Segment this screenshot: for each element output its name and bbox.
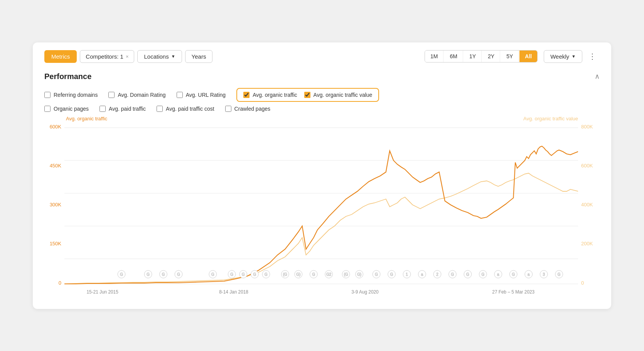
metric-avg-domain-rating-label: Avg. Domain Rating xyxy=(118,92,165,98)
svg-text:27 Feb – 5 Mar 2023: 27 Feb – 5 Mar 2023 xyxy=(492,289,534,294)
performance-title: Performance xyxy=(44,72,91,81)
right-axis-200k: 200K xyxy=(581,241,600,246)
metric-avg-organic-traffic[interactable]: Avg. organic traffic xyxy=(243,92,297,98)
svg-text:G: G xyxy=(162,272,165,276)
chart-container: 600K 450K 300K 150K 0 xyxy=(44,124,600,297)
checkbox-avg-organic-traffic-value[interactable] xyxy=(304,92,310,98)
metric-avg-url-rating[interactable]: Avg. URL Rating xyxy=(177,92,226,98)
competitors-button[interactable]: Competitors: 1 × xyxy=(80,50,134,63)
svg-text:G: G xyxy=(177,272,180,276)
left-axis-label: Avg. organic traffic xyxy=(66,116,107,122)
metric-avg-organic-traffic-value[interactable]: Avg. organic traffic value xyxy=(304,92,373,98)
left-axis-150k: 150K xyxy=(44,241,61,246)
svg-text:1: 1 xyxy=(406,272,408,276)
left-axis-450k: 450K xyxy=(44,163,61,169)
checkbox-avg-url-rating[interactable] xyxy=(177,92,183,98)
svg-text:(G: (G xyxy=(283,272,287,276)
svg-text:a: a xyxy=(421,272,423,276)
metric-avg-domain-rating[interactable]: Avg. Domain Rating xyxy=(108,92,165,98)
competitors-label: Competitors: 1 xyxy=(86,53,123,60)
right-axis-800k: 800K xyxy=(581,124,600,130)
right-axis-600k: 600K xyxy=(581,163,600,169)
right-axis-400k: 400K xyxy=(581,202,600,208)
metrics-button[interactable]: Metrics xyxy=(44,50,77,63)
close-icon[interactable]: × xyxy=(126,54,129,59)
svg-text:8-14 Jan 2018: 8-14 Jan 2018 xyxy=(219,289,248,294)
toolbar: Metrics Competitors: 1 × Locations ▼ Yea… xyxy=(44,50,600,63)
svg-text:G: G xyxy=(481,272,484,276)
checkbox-organic-pages[interactable] xyxy=(44,106,51,112)
metric-crawled-pages-label: Crawled pages xyxy=(234,106,270,112)
update-markers: G G G G G G G G G xyxy=(118,270,563,278)
svg-text:G: G xyxy=(451,272,454,276)
checkbox-referring-domains[interactable] xyxy=(44,92,51,98)
svg-text:a: a xyxy=(528,272,530,276)
svg-text:G: G xyxy=(265,272,268,276)
metric-avg-paid-traffic[interactable]: Avg. paid traffic xyxy=(99,106,146,112)
weekly-chevron-icon: ▼ xyxy=(572,54,576,59)
metric-avg-paid-traffic-cost[interactable]: Avg. paid traffic cost xyxy=(157,106,214,112)
metric-organic-pages[interactable]: Organic pages xyxy=(44,106,89,112)
checkbox-avg-organic-traffic[interactable] xyxy=(243,92,250,98)
svg-text:G: G xyxy=(512,272,515,276)
svg-text:G: G xyxy=(120,272,123,276)
metric-avg-organic-traffic-value-label: Avg. organic traffic value xyxy=(314,92,373,98)
left-axis-300k: 300K xyxy=(44,202,61,208)
svg-text:(G: (G xyxy=(344,272,348,276)
svg-text:G: G xyxy=(558,272,561,276)
years-button[interactable]: Years xyxy=(185,50,213,63)
svg-text:2: 2 xyxy=(436,272,438,276)
time-btn-1m[interactable]: 1M xyxy=(425,51,443,62)
highlighted-metrics-group: Avg. organic traffic Avg. organic traffi… xyxy=(236,88,379,102)
time-btn-2y[interactable]: 2Y xyxy=(482,51,500,62)
performance-header: Performance ∧ xyxy=(44,72,600,81)
metric-avg-url-rating-label: Avg. URL Rating xyxy=(186,92,226,98)
left-axis-600k: 600K xyxy=(44,124,61,130)
chart-svg: G G G G G G G G G xyxy=(64,124,578,297)
time-btn-1y[interactable]: 1Y xyxy=(464,51,482,62)
left-y-axis: 600K 450K 300K 150K 0 xyxy=(44,124,64,297)
svg-text:G: G xyxy=(253,272,256,276)
time-btn-6m[interactable]: 6M xyxy=(444,51,463,62)
right-axis-0: 0 xyxy=(581,280,600,286)
chevron-down-icon: ▼ xyxy=(171,54,175,59)
svg-text:3-9 Aug 2020: 3-9 Aug 2020 xyxy=(351,289,379,294)
chart-axis-labels-top: Avg. organic traffic Avg. organic traffi… xyxy=(44,116,600,122)
svg-text:G: G xyxy=(242,272,245,276)
metric-avg-paid-traffic-label: Avg. paid traffic xyxy=(109,106,146,112)
right-axis-label: Avg. organic traffic value xyxy=(523,116,578,122)
more-options-button[interactable]: ⋮ xyxy=(585,50,600,62)
svg-text:G: G xyxy=(312,272,315,276)
svg-text:G2: G2 xyxy=(326,272,332,276)
left-axis-0: 0 xyxy=(44,280,61,286)
collapse-button[interactable]: ∧ xyxy=(595,72,600,81)
time-btn-5y[interactable]: 5Y xyxy=(501,51,519,62)
metric-referring-domains-label: Referring domains xyxy=(54,92,98,98)
metric-avg-organic-traffic-label: Avg. organic traffic xyxy=(253,92,297,98)
locations-button[interactable]: Locations ▼ xyxy=(137,50,182,63)
svg-text:G: G xyxy=(147,272,150,276)
svg-text:3: 3 xyxy=(543,272,545,276)
checkbox-crawled-pages[interactable] xyxy=(225,106,231,112)
metric-referring-domains[interactable]: Referring domains xyxy=(44,92,98,98)
checkbox-avg-paid-traffic-cost[interactable] xyxy=(157,106,163,112)
chart-plot-area: G G G G G G G G G xyxy=(64,124,578,297)
svg-text:G): G) xyxy=(357,272,361,276)
time-range-group: 1M 6M 1Y 2Y 5Y All xyxy=(425,50,538,62)
svg-text:G): G) xyxy=(296,272,300,276)
weekly-button[interactable]: Weekly ▼ xyxy=(544,50,582,63)
metrics-row-2: Organic pages Avg. paid traffic Avg. pai… xyxy=(44,106,600,112)
checkbox-avg-domain-rating[interactable] xyxy=(108,92,115,98)
locations-label: Locations xyxy=(144,53,169,60)
checkbox-avg-paid-traffic[interactable] xyxy=(99,106,106,112)
svg-text:G: G xyxy=(390,272,393,276)
svg-text:15-21 Jun 2015: 15-21 Jun 2015 xyxy=(87,289,119,294)
svg-text:G: G xyxy=(466,272,469,276)
time-btn-all[interactable]: All xyxy=(519,51,537,62)
metrics-section: Referring domains Avg. Domain Rating Avg… xyxy=(44,88,600,112)
metric-organic-pages-label: Organic pages xyxy=(54,106,89,112)
metric-crawled-pages[interactable]: Crawled pages xyxy=(225,106,270,112)
svg-text:a: a xyxy=(497,272,499,276)
metrics-row-1: Referring domains Avg. Domain Rating Avg… xyxy=(44,88,600,102)
svg-text:G: G xyxy=(211,272,214,276)
